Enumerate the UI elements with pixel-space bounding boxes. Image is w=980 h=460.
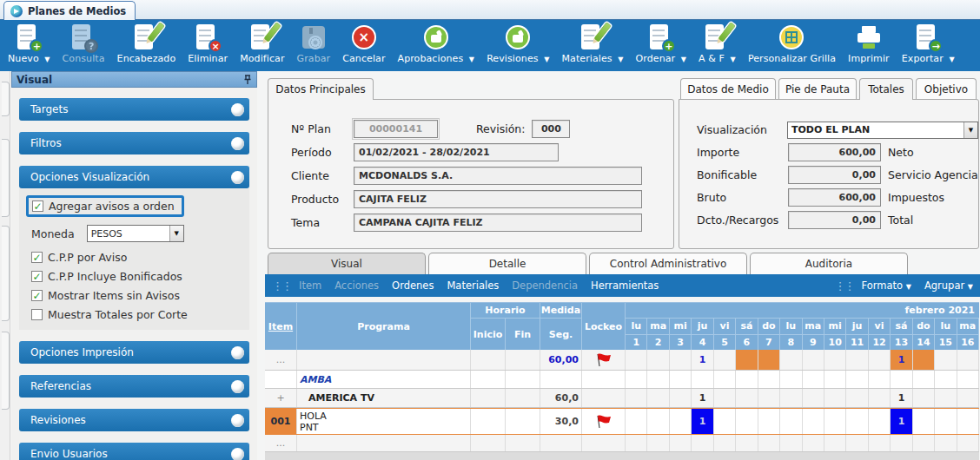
day-name-11[interactable]: ju <box>846 319 868 334</box>
cell-seg[interactable] <box>540 435 582 451</box>
day-name-5[interactable]: vi <box>714 319 736 334</box>
day-cell-1[interactable] <box>626 371 647 388</box>
day-cell-15[interactable] <box>935 389 957 407</box>
day-cell-10[interactable] <box>824 389 846 407</box>
cell-seg[interactable]: 60,00 <box>540 350 582 370</box>
day-cell-6[interactable] <box>736 435 758 451</box>
imprimir-button[interactable]: Imprimir <box>842 23 896 64</box>
app-tab-planes-de-medios[interactable]: Planes de Medios <box>3 1 136 20</box>
day-cell-4[interactable] <box>692 371 713 388</box>
day-name-6[interactable]: sá <box>736 319 758 334</box>
day-cell-2[interactable] <box>647 350 669 370</box>
day-name-14[interactable]: do <box>913 319 935 334</box>
day-name-8[interactable]: lu <box>780 319 802 334</box>
menu-item-herramientas[interactable]: Herramientas <box>591 279 659 292</box>
cell-item[interactable]: ... <box>265 350 297 370</box>
day-cell-9[interactable] <box>803 435 824 451</box>
day-cell-8[interactable] <box>780 435 802 451</box>
day-name-3[interactable]: mi <box>670 319 692 334</box>
day-cell-6[interactable] <box>736 371 758 388</box>
cell-programa[interactable]: AMERICA TV <box>297 389 471 407</box>
day-cell-1[interactable] <box>626 409 647 434</box>
column-header-item[interactable]: Item <box>265 303 297 350</box>
producto-input[interactable]: CAJITA FELIZ <box>354 190 642 208</box>
day-cell-12[interactable] <box>869 389 891 407</box>
menu-item-materiales[interactable]: Materiales <box>447 279 499 292</box>
day-cell-15[interactable] <box>935 371 957 388</box>
day-cell-16[interactable] <box>957 435 979 451</box>
day-cell-5[interactable] <box>714 389 736 407</box>
day-name-2[interactable]: ma <box>647 319 669 334</box>
day-cell-13[interactable] <box>891 371 912 388</box>
day-cell-11[interactable] <box>846 435 868 451</box>
grid-row-1[interactable]: AMBA <box>265 371 979 389</box>
cell-fin[interactable] <box>506 371 540 388</box>
drag-grip-icon[interactable]: ⋮⋮ <box>835 279 854 292</box>
option-row-c-p-p-incluye-bonificados[interactable]: ✓C.P.P Incluye Bonificados <box>31 270 244 283</box>
sidebar-section-referencias[interactable]: Referencias <box>19 375 249 398</box>
day-number-10[interactable]: 10 <box>824 335 846 351</box>
cell-inicio[interactable] <box>471 371 506 388</box>
day-name-1[interactable]: lu <box>626 319 647 334</box>
day-number-15[interactable]: 15 <box>935 335 957 351</box>
bruto-value[interactable]: 600,00 <box>788 188 881 207</box>
day-name-13[interactable]: sá <box>891 319 912 334</box>
day-cell-4[interactable] <box>692 435 713 451</box>
drag-grip-icon[interactable]: ⋮⋮ <box>272 279 291 292</box>
group-header-medida[interactable]: Medida <box>540 303 582 319</box>
exportar-button[interactable]: →Exportar ▼ <box>896 23 961 64</box>
day-number-9[interactable]: 9 <box>803 335 824 351</box>
day-cell-10[interactable] <box>824 409 846 434</box>
day-cell-11[interactable] <box>846 409 868 434</box>
visualizacion-select[interactable]: TODO EL PLAN ▼ <box>787 122 978 139</box>
cell-lockeo[interactable] <box>582 435 626 451</box>
day-cell-13[interactable]: 1 <box>891 350 912 370</box>
cell-fin[interactable] <box>506 350 540 370</box>
cell-programa[interactable] <box>297 435 471 451</box>
ordenar-button[interactable]: +Ordenar ▼ <box>630 23 693 64</box>
day-cell-16[interactable] <box>957 350 979 370</box>
day-cell-12[interactable] <box>869 409 891 434</box>
day-cell-12[interactable] <box>869 350 891 370</box>
collapsed-panel-tab[interactable] <box>2 139 10 217</box>
day-cell-8[interactable] <box>780 350 802 370</box>
day-cell-16[interactable] <box>957 409 979 434</box>
grid-row-0[interactable]: ...60,0011 <box>265 350 979 371</box>
tab-objetivo[interactable]: Objetivo <box>916 78 977 100</box>
day-cell-11[interactable] <box>846 350 868 370</box>
cell-seg[interactable]: 30,0 <box>540 409 582 434</box>
tab-visual[interactable]: Visual <box>268 253 426 274</box>
day-cell-15[interactable] <box>935 350 957 370</box>
day-cell-1[interactable] <box>626 389 647 407</box>
day-cell-7[interactable] <box>758 350 780 370</box>
day-number-12[interactable]: 12 <box>869 335 891 351</box>
cell-programa[interactable]: AMBA <box>297 371 471 388</box>
revisiones-button[interactable]: Revisiones ▼ <box>480 23 555 64</box>
day-cell-14[interactable] <box>913 389 935 407</box>
option-row-muestra-totales-por-corte[interactable]: Muestra Totales por Corte <box>31 308 244 321</box>
day-cell-4[interactable]: 1 <box>692 389 713 407</box>
grid-row-2[interactable]: +AMERICA TV60,011 <box>265 389 979 408</box>
day-cell-7[interactable] <box>758 435 780 451</box>
tab-totales[interactable]: Totales <box>859 78 913 100</box>
tab-detalle[interactable]: Detalle <box>428 253 586 274</box>
dcto-recargos-value[interactable]: 0,00 <box>788 211 881 229</box>
checkbox-muestra-totales-por-corte[interactable] <box>31 309 43 320</box>
day-name-12[interactable]: vi <box>869 319 891 334</box>
day-cell-11[interactable] <box>846 371 868 388</box>
encabezado-button[interactable]: Encabezado <box>111 23 182 64</box>
cell-fin[interactable] <box>506 389 540 407</box>
column-header-programa[interactable]: Programa <box>297 303 471 350</box>
day-cell-5[interactable] <box>714 371 736 388</box>
cell-fin[interactable] <box>506 435 540 451</box>
checkbox-agregar-avisos-a-orden[interactable]: ✓ <box>32 200 43 212</box>
month-header[interactable]: febrero 2021 <box>626 303 979 319</box>
day-number-8[interactable]: 8 <box>780 335 802 351</box>
tema-input[interactable]: CAMPANA CAJITA FELIZ <box>354 214 642 232</box>
cell-lockeo[interactable] <box>582 389 626 407</box>
day-cell-10[interactable] <box>824 371 846 388</box>
day-cell-10[interactable] <box>824 435 846 451</box>
day-cell-14[interactable] <box>913 409 935 434</box>
collapsed-panel-tab[interactable] <box>2 226 10 321</box>
day-name-7[interactable]: do <box>758 319 780 334</box>
